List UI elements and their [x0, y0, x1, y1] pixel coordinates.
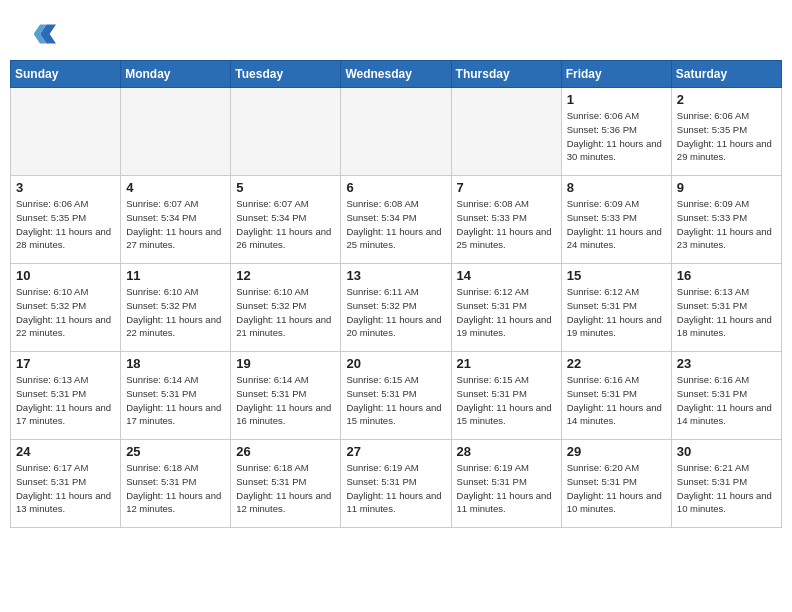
- calendar-cell: 25Sunrise: 6:18 AM Sunset: 5:31 PM Dayli…: [121, 440, 231, 528]
- day-number: 7: [457, 180, 556, 195]
- logo-icon: [24, 18, 56, 50]
- day-info: Sunrise: 6:13 AM Sunset: 5:31 PM Dayligh…: [677, 285, 776, 340]
- day-info: Sunrise: 6:08 AM Sunset: 5:33 PM Dayligh…: [457, 197, 556, 252]
- day-info: Sunrise: 6:07 AM Sunset: 5:34 PM Dayligh…: [126, 197, 225, 252]
- calendar-cell: 2Sunrise: 6:06 AM Sunset: 5:35 PM Daylig…: [671, 88, 781, 176]
- calendar-cell: 28Sunrise: 6:19 AM Sunset: 5:31 PM Dayli…: [451, 440, 561, 528]
- calendar-body: 1Sunrise: 6:06 AM Sunset: 5:36 PM Daylig…: [11, 88, 782, 528]
- day-number: 21: [457, 356, 556, 371]
- day-number: 27: [346, 444, 445, 459]
- calendar-cell: 22Sunrise: 6:16 AM Sunset: 5:31 PM Dayli…: [561, 352, 671, 440]
- calendar-cell: [11, 88, 121, 176]
- day-info: Sunrise: 6:06 AM Sunset: 5:35 PM Dayligh…: [677, 109, 776, 164]
- day-number: 11: [126, 268, 225, 283]
- calendar-cell: 14Sunrise: 6:12 AM Sunset: 5:31 PM Dayli…: [451, 264, 561, 352]
- calendar-cell: 18Sunrise: 6:14 AM Sunset: 5:31 PM Dayli…: [121, 352, 231, 440]
- day-number: 20: [346, 356, 445, 371]
- day-info: Sunrise: 6:06 AM Sunset: 5:36 PM Dayligh…: [567, 109, 666, 164]
- day-info: Sunrise: 6:17 AM Sunset: 5:31 PM Dayligh…: [16, 461, 115, 516]
- week-row-3: 10Sunrise: 6:10 AM Sunset: 5:32 PM Dayli…: [11, 264, 782, 352]
- day-info: Sunrise: 6:09 AM Sunset: 5:33 PM Dayligh…: [677, 197, 776, 252]
- day-number: 10: [16, 268, 115, 283]
- calendar-wrapper: SundayMondayTuesdayWednesdayThursdayFrid…: [0, 60, 792, 538]
- day-number: 1: [567, 92, 666, 107]
- weekday-header-friday: Friday: [561, 61, 671, 88]
- day-number: 18: [126, 356, 225, 371]
- calendar-cell: 12Sunrise: 6:10 AM Sunset: 5:32 PM Dayli…: [231, 264, 341, 352]
- day-number: 16: [677, 268, 776, 283]
- calendar-cell: 5Sunrise: 6:07 AM Sunset: 5:34 PM Daylig…: [231, 176, 341, 264]
- calendar-cell: 29Sunrise: 6:20 AM Sunset: 5:31 PM Dayli…: [561, 440, 671, 528]
- calendar-cell: [341, 88, 451, 176]
- calendar-cell: 19Sunrise: 6:14 AM Sunset: 5:31 PM Dayli…: [231, 352, 341, 440]
- calendar-cell: 6Sunrise: 6:08 AM Sunset: 5:34 PM Daylig…: [341, 176, 451, 264]
- day-info: Sunrise: 6:10 AM Sunset: 5:32 PM Dayligh…: [126, 285, 225, 340]
- day-info: Sunrise: 6:09 AM Sunset: 5:33 PM Dayligh…: [567, 197, 666, 252]
- week-row-1: 1Sunrise: 6:06 AM Sunset: 5:36 PM Daylig…: [11, 88, 782, 176]
- weekday-header-tuesday: Tuesday: [231, 61, 341, 88]
- calendar-cell: 11Sunrise: 6:10 AM Sunset: 5:32 PM Dayli…: [121, 264, 231, 352]
- calendar-cell: 16Sunrise: 6:13 AM Sunset: 5:31 PM Dayli…: [671, 264, 781, 352]
- day-info: Sunrise: 6:08 AM Sunset: 5:34 PM Dayligh…: [346, 197, 445, 252]
- day-number: 2: [677, 92, 776, 107]
- day-info: Sunrise: 6:11 AM Sunset: 5:32 PM Dayligh…: [346, 285, 445, 340]
- week-row-4: 17Sunrise: 6:13 AM Sunset: 5:31 PM Dayli…: [11, 352, 782, 440]
- day-number: 22: [567, 356, 666, 371]
- calendar-header: SundayMondayTuesdayWednesdayThursdayFrid…: [11, 61, 782, 88]
- weekday-header-saturday: Saturday: [671, 61, 781, 88]
- weekday-row: SundayMondayTuesdayWednesdayThursdayFrid…: [11, 61, 782, 88]
- calendar-cell: 4Sunrise: 6:07 AM Sunset: 5:34 PM Daylig…: [121, 176, 231, 264]
- weekday-header-thursday: Thursday: [451, 61, 561, 88]
- calendar-cell: 24Sunrise: 6:17 AM Sunset: 5:31 PM Dayli…: [11, 440, 121, 528]
- day-info: Sunrise: 6:10 AM Sunset: 5:32 PM Dayligh…: [16, 285, 115, 340]
- day-number: 28: [457, 444, 556, 459]
- day-info: Sunrise: 6:16 AM Sunset: 5:31 PM Dayligh…: [677, 373, 776, 428]
- day-number: 30: [677, 444, 776, 459]
- day-number: 15: [567, 268, 666, 283]
- day-number: 5: [236, 180, 335, 195]
- weekday-header-wednesday: Wednesday: [341, 61, 451, 88]
- day-number: 25: [126, 444, 225, 459]
- day-number: 29: [567, 444, 666, 459]
- calendar-cell: 10Sunrise: 6:10 AM Sunset: 5:32 PM Dayli…: [11, 264, 121, 352]
- day-number: 8: [567, 180, 666, 195]
- calendar-cell: 27Sunrise: 6:19 AM Sunset: 5:31 PM Dayli…: [341, 440, 451, 528]
- weekday-header-monday: Monday: [121, 61, 231, 88]
- day-info: Sunrise: 6:10 AM Sunset: 5:32 PM Dayligh…: [236, 285, 335, 340]
- day-info: Sunrise: 6:07 AM Sunset: 5:34 PM Dayligh…: [236, 197, 335, 252]
- calendar-cell: [121, 88, 231, 176]
- calendar-cell: 9Sunrise: 6:09 AM Sunset: 5:33 PM Daylig…: [671, 176, 781, 264]
- day-number: 9: [677, 180, 776, 195]
- calendar-cell: 20Sunrise: 6:15 AM Sunset: 5:31 PM Dayli…: [341, 352, 451, 440]
- day-info: Sunrise: 6:20 AM Sunset: 5:31 PM Dayligh…: [567, 461, 666, 516]
- day-info: Sunrise: 6:21 AM Sunset: 5:31 PM Dayligh…: [677, 461, 776, 516]
- calendar-cell: [451, 88, 561, 176]
- calendar-cell: 26Sunrise: 6:18 AM Sunset: 5:31 PM Dayli…: [231, 440, 341, 528]
- day-number: 4: [126, 180, 225, 195]
- day-info: Sunrise: 6:18 AM Sunset: 5:31 PM Dayligh…: [126, 461, 225, 516]
- calendar-table: SundayMondayTuesdayWednesdayThursdayFrid…: [10, 60, 782, 528]
- calendar-cell: 21Sunrise: 6:15 AM Sunset: 5:31 PM Dayli…: [451, 352, 561, 440]
- day-info: Sunrise: 6:15 AM Sunset: 5:31 PM Dayligh…: [346, 373, 445, 428]
- day-number: 12: [236, 268, 335, 283]
- day-info: Sunrise: 6:13 AM Sunset: 5:31 PM Dayligh…: [16, 373, 115, 428]
- day-info: Sunrise: 6:15 AM Sunset: 5:31 PM Dayligh…: [457, 373, 556, 428]
- calendar-cell: 15Sunrise: 6:12 AM Sunset: 5:31 PM Dayli…: [561, 264, 671, 352]
- day-info: Sunrise: 6:14 AM Sunset: 5:31 PM Dayligh…: [236, 373, 335, 428]
- weekday-header-sunday: Sunday: [11, 61, 121, 88]
- day-info: Sunrise: 6:12 AM Sunset: 5:31 PM Dayligh…: [567, 285, 666, 340]
- day-number: 24: [16, 444, 115, 459]
- day-number: 3: [16, 180, 115, 195]
- day-info: Sunrise: 6:19 AM Sunset: 5:31 PM Dayligh…: [457, 461, 556, 516]
- day-number: 19: [236, 356, 335, 371]
- day-number: 6: [346, 180, 445, 195]
- day-info: Sunrise: 6:19 AM Sunset: 5:31 PM Dayligh…: [346, 461, 445, 516]
- day-info: Sunrise: 6:06 AM Sunset: 5:35 PM Dayligh…: [16, 197, 115, 252]
- week-row-5: 24Sunrise: 6:17 AM Sunset: 5:31 PM Dayli…: [11, 440, 782, 528]
- calendar-cell: [231, 88, 341, 176]
- calendar-cell: 3Sunrise: 6:06 AM Sunset: 5:35 PM Daylig…: [11, 176, 121, 264]
- calendar-cell: 8Sunrise: 6:09 AM Sunset: 5:33 PM Daylig…: [561, 176, 671, 264]
- day-info: Sunrise: 6:16 AM Sunset: 5:31 PM Dayligh…: [567, 373, 666, 428]
- calendar-cell: 30Sunrise: 6:21 AM Sunset: 5:31 PM Dayli…: [671, 440, 781, 528]
- calendar-cell: 1Sunrise: 6:06 AM Sunset: 5:36 PM Daylig…: [561, 88, 671, 176]
